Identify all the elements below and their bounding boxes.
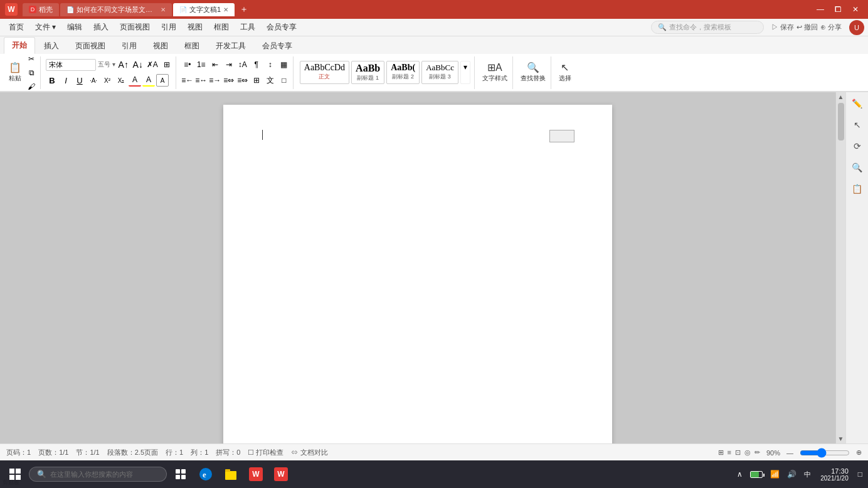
- start-button[interactable]: [4, 463, 26, 485]
- font-color-btn[interactable]: A: [129, 74, 141, 87]
- status-icon-2[interactable]: ≡: [728, 448, 731, 457]
- style-normal[interactable]: AaBbCcDd 正文: [300, 61, 349, 84]
- show-hide-btn[interactable]: ¶: [250, 58, 263, 71]
- style-heading2[interactable]: AaBb( 副标题 2: [386, 61, 420, 84]
- explorer-icon[interactable]: [220, 463, 242, 485]
- cut-button[interactable]: ✂: [25, 53, 38, 65]
- new-tab-button[interactable]: ＋: [236, 3, 252, 16]
- close-button[interactable]: ✕: [848, 3, 863, 16]
- sidebar-search-icon[interactable]: 🔍: [849, 159, 866, 176]
- wps-taskbar-icon-1[interactable]: W: [245, 463, 267, 485]
- sort-btn[interactable]: ↕A: [236, 58, 249, 71]
- menu-home[interactable]: 首页: [4, 20, 29, 34]
- zoom-slider[interactable]: [800, 448, 850, 458]
- decrease-font-btn[interactable]: A↓: [132, 58, 144, 71]
- document-page[interactable]: [223, 105, 612, 443]
- ribbon-tab-diagram[interactable]: 框图: [177, 38, 207, 54]
- zoom-decrease[interactable]: —: [786, 449, 793, 457]
- scroll-up-arrow[interactable]: ▲: [838, 93, 844, 100]
- line-spacing-btn[interactable]: ↕: [264, 58, 277, 71]
- status-icon-4[interactable]: ◎: [744, 448, 751, 457]
- sidebar-cursor-icon[interactable]: ↖: [849, 116, 866, 134]
- menu-page-view[interactable]: 页面视图: [115, 20, 155, 34]
- ribbon-tab-pageview[interactable]: 页面视图: [68, 38, 113, 54]
- style-heading1[interactable]: AaBb 副标题 1: [351, 61, 384, 84]
- tab-active-doc[interactable]: 📄 文字文稿1 ✕: [173, 3, 235, 16]
- chinese-layout-btn[interactable]: 文: [264, 74, 277, 87]
- superscript-btn[interactable]: X²: [101, 74, 114, 87]
- indent-dec-btn[interactable]: ⇤: [209, 58, 221, 71]
- select-btn[interactable]: ↖ 选择: [556, 59, 574, 87]
- increase-font-btn[interactable]: A↑: [117, 58, 130, 71]
- scroll-down-arrow[interactable]: ▼: [838, 435, 844, 442]
- highlight-btn[interactable]: A: [142, 74, 155, 87]
- wps-taskbar-icon-2[interactable]: W: [270, 463, 292, 485]
- strikethrough-btn[interactable]: ·A·: [87, 74, 100, 87]
- menu-member[interactable]: 会员专享: [262, 20, 302, 34]
- task-view-button[interactable]: [169, 463, 192, 485]
- tray-up-arrow[interactable]: ∧: [735, 469, 744, 480]
- sidebar-edit-icon[interactable]: ✏️: [849, 95, 866, 112]
- maximize-button[interactable]: ⧠: [830, 3, 845, 16]
- menu-ref[interactable]: 引用: [156, 20, 181, 34]
- tab-close-doc[interactable]: ✕: [161, 6, 166, 13]
- menu-diagram[interactable]: 框图: [209, 20, 234, 34]
- scrollbar[interactable]: ▲ ▼: [835, 92, 845, 443]
- more-styles-btn[interactable]: ▾: [460, 61, 470, 84]
- ribbon-tab-insert[interactable]: 插入: [36, 38, 66, 54]
- clock-display[interactable]: 17:30 2021/1/20: [817, 466, 852, 483]
- ribbon-tab-home[interactable]: 开始: [4, 37, 35, 54]
- share-btn[interactable]: ⊕ 分享: [820, 23, 842, 32]
- ribbon-tab-dev[interactable]: 开发工具: [208, 38, 253, 54]
- align-right-btn[interactable]: ≡→: [209, 74, 221, 87]
- taskbar-search[interactable]: 🔍: [29, 467, 167, 482]
- document-area[interactable]: [0, 92, 835, 443]
- menu-tools[interactable]: 工具: [235, 20, 260, 34]
- style-heading3[interactable]: AaBbCc 副标题 3: [421, 61, 458, 84]
- copy-button[interactable]: ⧉: [25, 66, 38, 79]
- menu-edit[interactable]: 编辑: [62, 20, 87, 34]
- clear-format-btn[interactable]: ✗A: [146, 58, 159, 71]
- menu-insert[interactable]: 插入: [88, 20, 114, 34]
- status-icon-3[interactable]: ⊡: [735, 448, 741, 457]
- border-shade-btn[interactable]: ▦: [278, 58, 290, 71]
- input-method-tray[interactable]: 中: [802, 469, 813, 480]
- italic-button[interactable]: I: [60, 74, 72, 87]
- ribbon-tab-view[interactable]: 视图: [146, 38, 176, 54]
- ribbon-tab-member[interactable]: 会员专享: [255, 38, 300, 54]
- minimize-button[interactable]: —: [813, 3, 828, 16]
- menu-view[interactable]: 视图: [183, 20, 208, 34]
- network-tray[interactable]: 📶: [768, 469, 781, 480]
- align-left-btn[interactable]: ≡←: [181, 74, 194, 87]
- notification-tray[interactable]: □: [856, 469, 864, 480]
- menu-file[interactable]: 文件 ▾: [30, 20, 61, 34]
- font-size-selector[interactable]: 五号 ▾: [98, 60, 115, 69]
- tab-close-active[interactable]: ✕: [223, 6, 228, 13]
- volume-tray[interactable]: 🔊: [785, 469, 798, 480]
- top-search[interactable]: 🔍 查找命令，搜索模板: [651, 21, 764, 34]
- taskbar-search-input[interactable]: [50, 470, 151, 478]
- bold-button[interactable]: B: [46, 74, 58, 87]
- text-area-btn[interactable]: ⊞A 文字样式: [480, 59, 510, 87]
- para-settings-btn[interactable]: ⊞: [250, 74, 263, 87]
- font-settings-btn[interactable]: ⊞: [161, 58, 173, 71]
- distributed-btn[interactable]: ≡⇔: [236, 74, 249, 87]
- edge-icon[interactable]: e: [194, 463, 217, 485]
- format-brush[interactable]: 🖌: [25, 80, 38, 93]
- paste-button[interactable]: 📋 粘贴: [6, 59, 24, 87]
- print-check[interactable]: ☐ 打印检查: [248, 448, 283, 457]
- sidebar-rotate-icon[interactable]: ⟳: [849, 137, 866, 155]
- ribbon-tab-ref[interactable]: 引用: [114, 38, 144, 54]
- find-btn[interactable]: 🔍 查找替换: [518, 59, 548, 87]
- font-family-selector[interactable]: 宋体: [46, 59, 96, 71]
- underline-button[interactable]: U: [73, 74, 86, 87]
- save-btn[interactable]: ▷ 保存: [771, 23, 794, 32]
- char-border-btn[interactable]: A: [156, 74, 169, 87]
- compare-doc[interactable]: ⇔ 文档对比: [291, 448, 327, 457]
- subscript-btn[interactable]: X₂: [115, 74, 127, 87]
- user-avatar[interactable]: U: [849, 20, 864, 35]
- text-box-btn[interactable]: □: [278, 74, 290, 87]
- status-icon-1[interactable]: ⊞: [718, 448, 724, 457]
- tab-doc-file[interactable]: 📄 如何在不同文字场景文档.doc ✕: [60, 3, 172, 16]
- undo-btn[interactable]: ↩ 撤回: [797, 23, 818, 32]
